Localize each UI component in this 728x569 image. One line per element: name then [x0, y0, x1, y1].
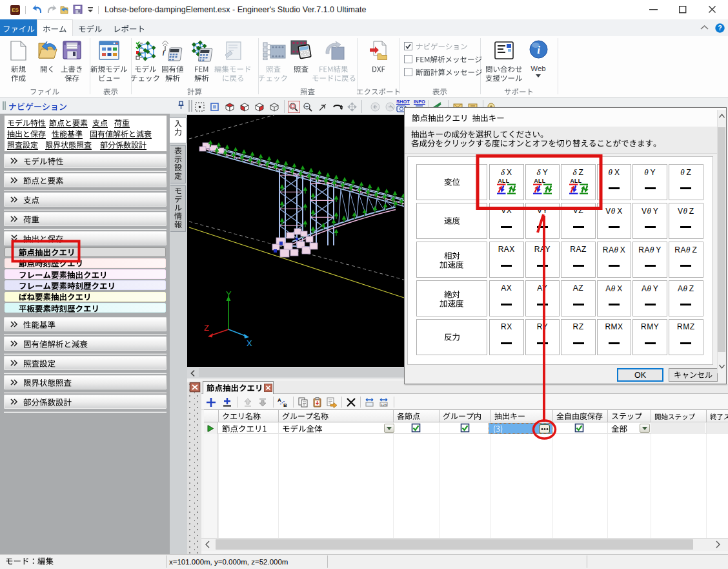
svg-text:f: f	[163, 49, 165, 56]
svg-text:Y: Y	[226, 289, 232, 299]
svg-text:A: A	[278, 397, 281, 403]
svg-text:X: X	[247, 338, 252, 348]
svg-text:?: ?	[718, 24, 722, 32]
svg-text:B: B	[283, 402, 287, 408]
svg-text:123: 123	[381, 403, 387, 407]
svg-text:i: i	[537, 44, 540, 56]
svg-text:Z: Z	[204, 323, 209, 333]
